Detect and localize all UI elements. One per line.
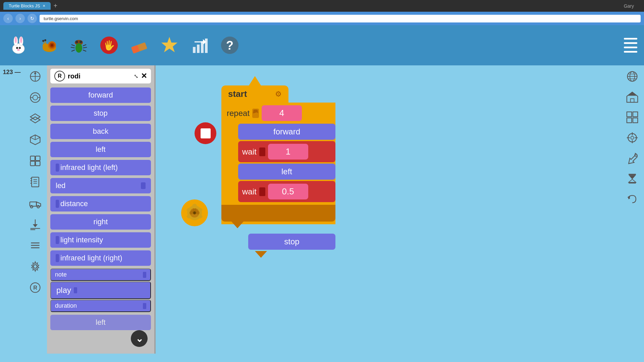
- palette-close-button[interactable]: ✕: [141, 72, 147, 80]
- block-duration[interactable]: duration: [50, 300, 151, 312]
- canvas-area[interactable]: start ⚙ repeat 4: [154, 65, 621, 354]
- block-light-intensity[interactable]: light intensity: [50, 232, 151, 248]
- svg-point-11: [51, 44, 53, 47]
- program-wait1-block[interactable]: wait 1: [238, 141, 335, 162]
- wait-connector-1: [259, 147, 265, 156]
- repeat-icon[interactable]: [28, 90, 43, 105]
- block-led[interactable]: led: [50, 178, 151, 193]
- svg-marker-70: [33, 224, 38, 227]
- svg-line-21: [71, 50, 75, 51]
- refresh-button[interactable]: ↻: [28, 14, 37, 23]
- sensor-dot-3: [56, 236, 59, 244]
- svg-line-20: [71, 47, 75, 48]
- tab-label: Turtle Blocks JS: [9, 3, 40, 8]
- block-stop[interactable]: stop: [50, 106, 151, 121]
- list-icon[interactable]: [28, 238, 43, 253]
- number-display: 123 —: [3, 69, 20, 76]
- tab-turtleblocks[interactable]: Turtle Blocks JS ✕: [3, 2, 51, 10]
- svg-rect-104: [633, 118, 638, 122]
- svg-point-0: [12, 44, 24, 54]
- hourglass-icon[interactable]: [625, 171, 640, 186]
- block-distance[interactable]: distance: [50, 196, 151, 212]
- puzzle-icon[interactable]: [28, 153, 43, 168]
- block-infrared-right[interactable]: infrared light (right): [50, 250, 151, 266]
- save-icon[interactable]: [158, 34, 181, 57]
- svg-point-67: [31, 205, 33, 208]
- url-bar[interactable]: turtle.gservin.com: [40, 15, 641, 22]
- wait1-value[interactable]: 1: [268, 144, 308, 160]
- palette-title: rodi: [68, 72, 131, 80]
- hamburger-menu[interactable]: [624, 38, 637, 53]
- block-back[interactable]: back: [50, 124, 151, 139]
- svg-rect-32: [193, 47, 196, 53]
- start-gear-icon[interactable]: ⚙: [275, 90, 282, 99]
- forward-button[interactable]: ›: [15, 14, 25, 23]
- svg-point-7: [17, 49, 20, 51]
- tab-close-button[interactable]: ✕: [43, 4, 45, 8]
- sensor-dot-2: [56, 200, 59, 208]
- sensor-dot: [56, 164, 59, 172]
- block-note[interactable]: note: [50, 268, 151, 281]
- svg-line-53: [35, 137, 40, 139]
- import-icon[interactable]: [28, 217, 43, 232]
- crosshair-icon[interactable]: [625, 130, 640, 145]
- svg-rect-33: [197, 45, 200, 53]
- scroll-down-button[interactable]: ⌄: [131, 330, 148, 347]
- program-stop-block[interactable]: stop: [248, 234, 335, 250]
- truck-icon[interactable]: [28, 195, 43, 210]
- repeat-header: repeat 4: [221, 103, 335, 124]
- box-3d-icon[interactable]: [28, 132, 43, 147]
- stop-program-button[interactable]: [195, 122, 216, 144]
- wrench-icon[interactable]: [625, 150, 640, 166]
- bug-icon[interactable]: [67, 34, 91, 57]
- block-left-partial[interactable]: left: [50, 315, 151, 330]
- eraser-icon[interactable]: [127, 34, 151, 57]
- tab-bar: Turtle Blocks JS ✕ + Gary: [0, 0, 644, 12]
- svg-line-22: [83, 45, 86, 46]
- new-tab-button[interactable]: +: [53, 2, 57, 10]
- svg-rect-35: [205, 39, 208, 53]
- export-icon[interactable]: [188, 34, 211, 57]
- svg-point-86: [192, 204, 197, 208]
- turtle-move-icon[interactable]: [28, 69, 43, 84]
- main-area: 123 —: [0, 65, 644, 354]
- block-right[interactable]: right: [50, 214, 151, 230]
- layers-icon[interactable]: [28, 111, 43, 126]
- svg-point-12: [43, 43, 48, 49]
- palette-collapse-button[interactable]: ⤡: [134, 73, 138, 79]
- block-infrared-left[interactable]: infrared light (left): [50, 160, 151, 175]
- notebook-icon[interactable]: [28, 174, 43, 189]
- rabbit-icon[interactable]: [7, 34, 30, 57]
- svg-line-24: [83, 50, 86, 51]
- program-wait2-block[interactable]: wait 0.5: [238, 181, 335, 202]
- svg-point-5: [16, 47, 18, 49]
- settings-icon[interactable]: [28, 259, 43, 274]
- repeat-value-block[interactable]: 4: [262, 105, 302, 121]
- wait2-value[interactable]: 0.5: [268, 184, 308, 199]
- block-forward[interactable]: forward: [50, 87, 151, 103]
- program-left-block[interactable]: left: [238, 164, 335, 180]
- home-icon[interactable]: [625, 89, 640, 104]
- svg-marker-31: [161, 37, 177, 52]
- snail-icon[interactable]: [37, 34, 60, 57]
- block-play[interactable]: play: [50, 282, 151, 299]
- svg-text:R: R: [33, 285, 37, 291]
- help-icon[interactable]: ?: [218, 34, 241, 57]
- svg-rect-57: [36, 161, 40, 166]
- globe-icon[interactable]: [625, 69, 640, 84]
- block-left[interactable]: left: [50, 142, 151, 157]
- program-forward-block[interactable]: forward: [238, 124, 335, 140]
- stop-hand-icon[interactable]: 🖐: [97, 34, 121, 57]
- grid-icon[interactable]: [625, 110, 640, 125]
- svg-rect-112: [629, 174, 636, 175]
- svg-rect-54: [31, 156, 35, 161]
- start-block[interactable]: start ⚙: [221, 85, 288, 103]
- svg-point-25: [75, 41, 78, 43]
- back-button[interactable]: ‹: [3, 14, 13, 23]
- rodi-badge-icon[interactable]: R: [28, 280, 43, 295]
- svg-marker-115: [629, 179, 636, 182]
- wait-connector-2: [259, 187, 265, 196]
- repeat-body: forward wait 1 left wait 0.5: [238, 124, 335, 202]
- undo-icon[interactable]: [625, 191, 640, 206]
- svg-point-4: [20, 37, 22, 43]
